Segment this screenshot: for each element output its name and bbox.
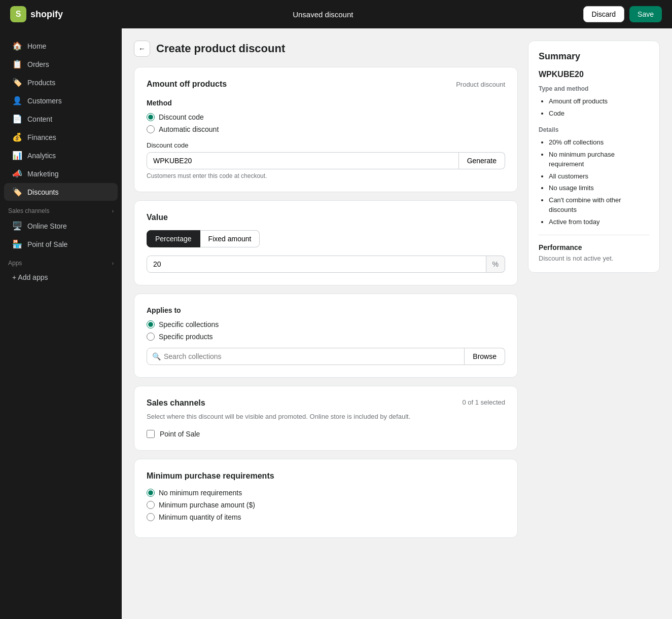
product-discount-subtitle: Product discount — [456, 81, 505, 88]
performance-title: Performance — [539, 243, 649, 251]
minimum-quantity-radio-option[interactable]: Minimum quantity of items — [147, 513, 505, 521]
sidebar-item-finances[interactable]: 💰 Finances — [4, 128, 118, 146]
sidebar-item-customers[interactable]: 👤 Customers — [4, 92, 118, 110]
expand-icon[interactable]: › — [112, 208, 114, 214]
summary-card: Summary WPKUBE20 Type and method Amount … — [528, 41, 660, 273]
apps-expand-icon[interactable]: › — [112, 261, 114, 266]
summary-title: Summary — [539, 51, 649, 62]
amount-off-card: Amount off products Product discount Met… — [134, 67, 518, 192]
shopify-logo-icon: S — [10, 6, 26, 22]
type-method-label: Type and method — [539, 85, 649, 92]
sidebar-item-point-of-sale[interactable]: 🏪 Point of Sale — [4, 235, 118, 253]
checkout-hint: Customers must enter this code at checko… — [147, 172, 505, 179]
sidebar-item-products[interactable]: 🏷️ Products — [4, 74, 118, 91]
sidebar-item-online-store[interactable]: 🖥️ Online Store — [4, 217, 118, 235]
sales-channels-section: Sales channels › — [0, 201, 122, 216]
sidebar-item-label: Online Store — [27, 222, 67, 230]
sidebar-item-add-apps[interactable]: + Add apps — [4, 269, 118, 285]
sidebar: 🏠 Home 📋 Orders 🏷️ Products 👤 Customers … — [0, 28, 122, 619]
sales-channels-title: Sales channels — [147, 398, 205, 408]
finances-icon: 💰 — [12, 132, 22, 142]
specific-products-radio[interactable] — [147, 333, 155, 341]
minimum-amount-radio-option[interactable]: Minimum purchase amount ($) — [147, 501, 505, 509]
orders-icon: 📋 — [12, 59, 22, 69]
value-input-row: % — [147, 256, 505, 273]
back-button[interactable]: ← — [134, 41, 150, 57]
no-minimum-label: No minimum requirements — [159, 489, 242, 497]
discount-code-radio-label: Discount code — [159, 113, 204, 121]
type-item: Amount off products — [549, 96, 649, 106]
card-header: Amount off products Product discount — [147, 80, 505, 89]
products-icon: 🏷️ — [12, 78, 22, 87]
discount-code-input[interactable] — [147, 152, 459, 169]
layout: 🏠 Home 📋 Orders 🏷️ Products 👤 Customers … — [0, 28, 672, 619]
sidebar-item-analytics[interactable]: 📊 Analytics — [4, 147, 118, 164]
minimum-amount-radio[interactable] — [147, 501, 155, 509]
fixed-amount-tab[interactable]: Fixed amount — [200, 230, 260, 247]
discount-code-radio-option[interactable]: Discount code — [147, 113, 505, 121]
discount-code-radio[interactable] — [147, 113, 155, 121]
details-label: Details — [539, 126, 649, 133]
no-minimum-radio-option[interactable]: No minimum requirements — [147, 489, 505, 497]
marketing-icon: 📣 — [12, 169, 22, 178]
type-items-list: Amount off products Code — [539, 96, 649, 118]
summary-code: WPKUBE20 — [539, 70, 649, 79]
content-area: ← Create product discount Amount off pro… — [134, 41, 518, 607]
detail-item: All customers — [549, 171, 649, 181]
channels-header: Sales channels 0 of 1 selected — [147, 398, 505, 408]
percentage-tab[interactable]: Percentage — [147, 230, 200, 247]
specific-collections-radio[interactable] — [147, 320, 155, 329]
sidebar-item-discounts[interactable]: 🏷️ Discounts — [4, 183, 118, 201]
topbar-page-title: Unsaved discount — [293, 10, 353, 19]
customers-icon: 👤 — [12, 96, 22, 105]
amount-off-title: Amount off products — [147, 80, 227, 89]
detail-item: Active from today — [549, 217, 649, 227]
sidebar-item-label: Point of Sale — [27, 240, 67, 248]
point-of-sale-checkbox[interactable] — [147, 430, 155, 438]
minimum-quantity-radio[interactable] — [147, 513, 155, 521]
point-of-sale-label: Point of Sale — [160, 430, 200, 438]
discard-button[interactable]: Discard — [583, 6, 624, 22]
sidebar-item-marketing[interactable]: 📣 Marketing — [4, 165, 118, 183]
type-item: Code — [549, 108, 649, 119]
sidebar-right: Summary WPKUBE20 Type and method Amount … — [528, 41, 660, 607]
specific-products-radio-option[interactable]: Specific products — [147, 333, 505, 341]
sales-channels-label: Sales channels — [8, 207, 49, 214]
selected-count: 0 of 1 selected — [462, 398, 505, 406]
pos-icon: 🏪 — [12, 239, 22, 249]
sidebar-item-home[interactable]: 🏠 Home — [4, 37, 118, 55]
browse-button[interactable]: Browse — [465, 348, 505, 365]
discount-code-field-label: Discount code — [147, 141, 505, 149]
specific-collections-label: Specific collections — [159, 320, 219, 329]
search-icon: 🔍 — [152, 352, 161, 360]
sidebar-item-orders[interactable]: 📋 Orders — [4, 55, 118, 73]
analytics-icon: 📊 — [12, 151, 22, 160]
minimum-requirements-title: Minimum purchase requirements — [147, 471, 505, 481]
minimum-amount-label: Minimum purchase amount ($) — [159, 501, 255, 509]
search-collections-input[interactable] — [161, 348, 459, 365]
automatic-discount-radio[interactable] — [147, 125, 155, 133]
sidebar-item-label: Discounts — [27, 188, 58, 196]
applies-to-card: Applies to Specific collections Specific… — [134, 294, 518, 378]
save-button[interactable]: Save — [629, 6, 662, 22]
detail-item: No usage limits — [549, 183, 649, 193]
value-input[interactable] — [147, 256, 486, 273]
home-icon: 🏠 — [12, 41, 22, 51]
method-label: Method — [147, 99, 505, 107]
automatic-discount-radio-option[interactable]: Automatic discount — [147, 125, 505, 133]
sidebar-item-content[interactable]: 📄 Content — [4, 110, 118, 128]
sidebar-item-label: Products — [27, 79, 55, 87]
specific-collections-radio-option[interactable]: Specific collections — [147, 320, 505, 329]
topbar-actions: Discard Save — [583, 6, 662, 22]
discount-code-group: Discount code Generate Customers must en… — [147, 141, 505, 179]
no-minimum-radio[interactable] — [147, 489, 155, 497]
sidebar-item-label: Home — [27, 42, 46, 50]
page-header: ← Create product discount — [134, 41, 518, 57]
minimum-quantity-label: Minimum quantity of items — [159, 513, 241, 521]
detail-item: 20% off collections — [549, 137, 649, 148]
sidebar-item-label: Analytics — [27, 152, 56, 160]
sidebar-item-label: Marketing — [27, 170, 58, 178]
online-store-icon: 🖥️ — [12, 221, 22, 231]
point-of-sale-checkbox-option[interactable]: Point of Sale — [147, 430, 505, 438]
generate-button[interactable]: Generate — [459, 152, 505, 169]
